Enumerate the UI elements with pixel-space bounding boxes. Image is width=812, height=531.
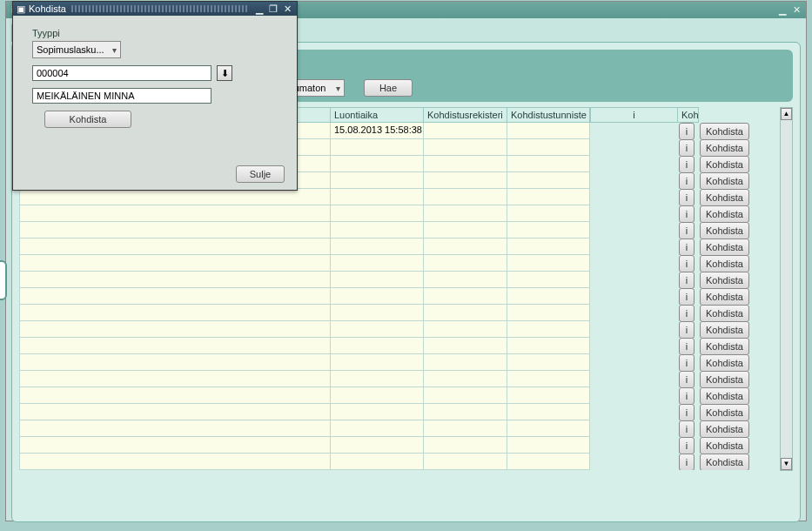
cell-id bbox=[507, 321, 590, 338]
info-button[interactable]: i bbox=[679, 354, 695, 371]
scroll-down-icon[interactable]: ▼ bbox=[781, 458, 792, 470]
cell-action: Kohdista bbox=[699, 454, 762, 470]
cell-info: i bbox=[678, 255, 699, 272]
cell-name bbox=[19, 205, 331, 222]
table-row[interactable]: iKohdista bbox=[19, 454, 780, 470]
row-kohdista-button[interactable]: Kohdista bbox=[700, 371, 749, 387]
info-button[interactable]: i bbox=[679, 139, 695, 156]
row-kohdista-button[interactable]: Kohdista bbox=[700, 305, 749, 321]
row-kohdista-button[interactable]: Kohdista bbox=[700, 288, 749, 305]
row-kohdista-button[interactable]: Kohdista bbox=[700, 189, 749, 205]
cell-register bbox=[424, 420, 507, 437]
table-row[interactable]: iKohdista bbox=[19, 437, 780, 454]
cell-register bbox=[424, 288, 507, 305]
info-button[interactable]: i bbox=[679, 321, 695, 338]
cell-info: i bbox=[678, 420, 699, 437]
info-button[interactable]: i bbox=[679, 454, 695, 470]
col-register[interactable]: Kohdistusrekisteri bbox=[424, 107, 507, 123]
table-row[interactable]: iKohdista bbox=[19, 305, 780, 321]
row-kohdista-button[interactable]: Kohdista bbox=[700, 239, 749, 255]
col-created[interactable]: Luontiaika bbox=[331, 107, 424, 123]
table-row[interactable]: iKohdista bbox=[19, 189, 780, 205]
side-tab[interactable] bbox=[0, 260, 7, 300]
cell-name bbox=[19, 420, 331, 437]
info-button[interactable]: i bbox=[679, 205, 695, 222]
info-button[interactable]: i bbox=[679, 239, 695, 255]
row-kohdista-button[interactable]: Kohdista bbox=[700, 454, 749, 470]
tyyppi-select[interactable]: Sopimuslasku... bbox=[32, 41, 121, 58]
cell-register bbox=[424, 321, 507, 338]
info-button[interactable]: i bbox=[679, 222, 695, 239]
table-row[interactable]: iKohdista bbox=[19, 387, 780, 404]
table-row[interactable]: iKohdista bbox=[19, 420, 780, 437]
name-field[interactable]: MEIKÄLÄINEN MINNA bbox=[32, 88, 211, 104]
dialog-minimize-icon[interactable]: ▁ bbox=[253, 3, 265, 15]
kohdista-dialog: ▣ Kohdista ▁ ❐ ✕ Tyyppi Sopimuslasku... … bbox=[12, 1, 298, 191]
table-row[interactable]: iKohdista bbox=[19, 288, 780, 305]
cell-created bbox=[331, 222, 424, 239]
kohdista-button[interactable]: Kohdista bbox=[44, 111, 131, 128]
table-row[interactable]: iKohdista bbox=[19, 404, 780, 420]
row-kohdista-button[interactable]: Kohdista bbox=[700, 172, 749, 189]
cell-name bbox=[19, 437, 331, 454]
row-kohdista-button[interactable]: Kohdista bbox=[700, 222, 749, 239]
table-row[interactable]: iKohdista bbox=[19, 321, 780, 338]
table-row[interactable]: iKohdista bbox=[19, 272, 780, 288]
table-row[interactable]: iKohdista bbox=[19, 338, 780, 354]
lookup-button[interactable]: ⬇ bbox=[217, 65, 232, 81]
id-field[interactable]: 000004 bbox=[32, 65, 211, 81]
dialog-maximize-icon[interactable]: ❐ bbox=[267, 3, 279, 15]
col-id[interactable]: Kohdistustunniste bbox=[507, 107, 590, 123]
info-button[interactable]: i bbox=[679, 371, 695, 387]
minimize-icon[interactable]: ▁ bbox=[776, 4, 789, 17]
row-kohdista-button[interactable]: Kohdista bbox=[700, 404, 749, 420]
table-row[interactable]: iKohdista bbox=[19, 239, 780, 255]
info-button[interactable]: i bbox=[679, 255, 695, 272]
info-button[interactable]: i bbox=[679, 288, 695, 305]
row-kohdista-button[interactable]: Kohdista bbox=[700, 387, 749, 404]
info-button[interactable]: i bbox=[679, 404, 695, 420]
cell-action: Kohdista bbox=[699, 321, 762, 338]
table-row[interactable]: iKohdista bbox=[19, 222, 780, 239]
hae-button[interactable]: Hae bbox=[364, 79, 413, 97]
table-row[interactable]: iKohdista bbox=[19, 205, 780, 222]
close-icon[interactable]: ✕ bbox=[790, 4, 802, 17]
row-kohdista-button[interactable]: Kohdista bbox=[700, 255, 749, 272]
row-kohdista-button[interactable]: Kohdista bbox=[700, 354, 749, 371]
info-button[interactable]: i bbox=[679, 420, 695, 437]
info-button[interactable]: i bbox=[679, 156, 695, 172]
cell-info: i bbox=[678, 139, 699, 156]
info-button[interactable]: i bbox=[679, 305, 695, 321]
info-button[interactable]: i bbox=[679, 387, 695, 404]
scroll-up-icon[interactable]: ▲ bbox=[781, 108, 792, 120]
row-kohdista-button[interactable]: Kohdista bbox=[700, 205, 749, 222]
row-kohdista-button[interactable]: Kohdista bbox=[700, 420, 749, 437]
cell-created bbox=[331, 255, 424, 272]
cell-created bbox=[331, 189, 424, 205]
cell-action: Kohdista bbox=[699, 239, 762, 255]
row-kohdista-button[interactable]: Kohdista bbox=[700, 156, 749, 172]
row-kohdista-button[interactable]: Kohdista bbox=[700, 437, 749, 454]
dialog-close-icon[interactable]: ✕ bbox=[281, 3, 293, 15]
info-button[interactable]: i bbox=[679, 338, 695, 354]
cell-register bbox=[424, 454, 507, 470]
scrollbar-vertical[interactable]: ▲ ▼ bbox=[780, 107, 793, 471]
table-row[interactable]: iKohdista bbox=[19, 255, 780, 272]
row-kohdista-button[interactable]: Kohdista bbox=[700, 272, 749, 288]
info-button[interactable]: i bbox=[679, 437, 695, 454]
table-row[interactable]: iKohdista bbox=[19, 354, 780, 371]
row-kohdista-button[interactable]: Kohdista bbox=[700, 338, 749, 354]
cell-register bbox=[424, 272, 507, 288]
info-button[interactable]: i bbox=[679, 272, 695, 288]
info-button[interactable]: i bbox=[679, 189, 695, 205]
row-kohdista-button[interactable]: Kohdista bbox=[700, 321, 749, 338]
info-button[interactable]: i bbox=[679, 123, 695, 139]
info-button[interactable]: i bbox=[679, 172, 695, 189]
row-kohdista-button[interactable]: Kohdista bbox=[700, 123, 749, 139]
dialog-titlebar[interactable]: ▣ Kohdista ▁ ❐ ✕ bbox=[13, 2, 297, 16]
sulje-button[interactable]: Sulje bbox=[236, 165, 285, 183]
cell-name bbox=[19, 371, 331, 387]
table-row[interactable]: iKohdista bbox=[19, 371, 780, 387]
cell-created bbox=[331, 305, 424, 321]
row-kohdista-button[interactable]: Kohdista bbox=[700, 139, 749, 156]
